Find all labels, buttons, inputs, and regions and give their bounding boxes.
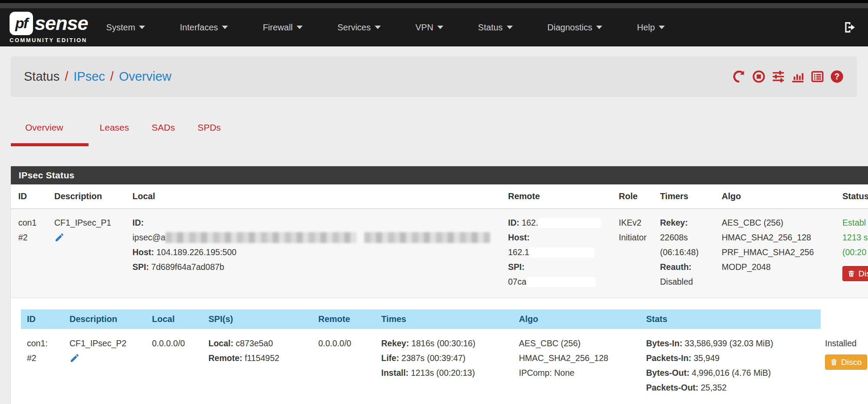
nav-item-interfaces[interactable]: Interfaces <box>180 23 228 33</box>
breadcrumb-panel: Status / IPsec / Overview <box>11 56 857 96</box>
logo-pf-text: pf <box>15 15 27 32</box>
chevron-down-icon <box>375 26 381 29</box>
ipsec-status-panel: IPsec Status ID Description Local Remote… <box>11 166 868 404</box>
p2-header-stats: Stats <box>642 309 821 329</box>
breadcrumb-toolbar: ? <box>733 70 844 83</box>
disconnect-button[interactable]: Disco <box>825 355 867 370</box>
help-icon[interactable]: ? <box>830 70 844 83</box>
chevron-down-icon <box>139 26 145 29</box>
p1-description: CF1_IPsec_P1 <box>54 215 124 230</box>
nav-menu: System Interfaces Firewall Services VPN … <box>106 23 665 33</box>
p2-cell-stats: Bytes-In: 33,586,939 (32.03 MiB) Packets… <box>642 329 821 404</box>
p1-cell-remote: ID: 162. Host: 162.1 SPI: 07ca <box>504 209 614 298</box>
chevron-down-icon <box>222 26 228 29</box>
p2-header-spis: SPI(s) <box>204 309 314 329</box>
logo-edition-text: COMMUNITY EDITION <box>10 37 88 43</box>
p2-header-times: Times <box>377 309 515 329</box>
p2-table: ID Description Local SPI(s) Remote Times… <box>21 309 868 404</box>
bar-chart-icon[interactable] <box>791 70 805 83</box>
breadcrumb: Status / IPsec / Overview <box>24 69 172 84</box>
p2-header-actions <box>821 309 868 329</box>
p2-cell-times: Rekey: 1816s (00:30:16) Life: 2387s (00:… <box>377 329 515 404</box>
edit-pencil-icon[interactable] <box>54 232 65 245</box>
p1-cell-status: Establ 1213 s (00:20 Dis <box>838 209 868 298</box>
p2-cell-status: Installed Disco <box>821 329 868 404</box>
breadcrumb-link-overview[interactable]: Overview <box>119 69 172 84</box>
nav-item-vpn[interactable]: VPN <box>416 23 443 33</box>
stop-icon[interactable] <box>752 70 766 83</box>
redacted-blur-block <box>364 232 490 243</box>
p2-description: CF1_IPsec_P2 <box>69 336 143 351</box>
p2-header-local: Local <box>148 309 204 329</box>
p2-header-id: ID <box>21 309 65 329</box>
ipsec-tab-bar: Overview Leases SADs SPDs <box>11 122 857 146</box>
p2-header-remote: Remote <box>314 309 377 329</box>
breadcrumb-separator: / <box>110 69 114 84</box>
logo-box-icon: pf <box>10 12 33 35</box>
p2-cell-algo: AES_CBC (256) HMAC_SHA2_256_128 IPComp: … <box>515 329 642 404</box>
trash-icon <box>830 358 838 366</box>
p1-header-status: Status <box>838 184 868 209</box>
tab-spds[interactable]: SPDs <box>186 122 232 146</box>
chevron-down-icon <box>437 26 443 29</box>
p1-cell-id: con1 #2 <box>11 209 50 298</box>
disconnect-button[interactable]: Dis <box>842 266 868 281</box>
p1-table: ID Description Local Remote Role Timers … <box>11 184 868 298</box>
tab-sads[interactable]: SADs <box>140 122 186 146</box>
p2-cell-description: CF1_IPsec_P2 <box>65 329 148 404</box>
p1-header-timers: Timers <box>656 184 717 209</box>
chevron-down-icon <box>507 26 513 29</box>
pfsense-logo[interactable]: pf sense COMMUNITY EDITION <box>10 12 88 43</box>
breadcrumb-separator: / <box>65 69 68 84</box>
top-black-strip <box>0 0 868 3</box>
chevron-down-icon <box>596 26 602 29</box>
nav-item-firewall[interactable]: Firewall <box>263 23 303 33</box>
p1-header-algo: Algo <box>717 184 838 209</box>
logo-sense-text: sense <box>35 12 88 35</box>
sign-out-icon[interactable] <box>843 20 857 34</box>
refresh-icon[interactable] <box>733 70 746 83</box>
nav-item-services[interactable]: Services <box>337 23 381 33</box>
p2-cell-local: 0.0.0.0/0 <box>148 329 204 404</box>
redacted-white-block <box>529 247 594 258</box>
breadcrumb-root: Status <box>24 69 59 84</box>
p2-cell-spis: Local: c873e5a0 Remote: f1154952 <box>204 329 314 404</box>
p1-header-description: Description <box>50 184 128 209</box>
trash-icon <box>848 270 855 277</box>
p1-header-local: Local <box>128 184 504 209</box>
p2-cell-remote: 0.0.0.0/0 <box>314 329 377 404</box>
nav-item-status[interactable]: Status <box>478 23 513 33</box>
edit-pencil-icon[interactable] <box>69 353 80 365</box>
sliders-icon[interactable] <box>772 70 785 83</box>
help-glyph: ? <box>835 72 840 81</box>
nav-item-system[interactable]: System <box>106 23 145 33</box>
p1-cell-role: IKEv2 Initiator <box>614 209 656 298</box>
tab-overview[interactable]: Overview <box>11 122 89 146</box>
top-gray-strip <box>0 3 868 8</box>
p1-cell-timers: Rekey: 22608s (06:16:48) Reauth: Disable… <box>656 209 717 298</box>
p1-header-remote: Remote <box>504 184 614 209</box>
panel-title: IPsec Status <box>11 166 868 184</box>
top-navbar: pf sense COMMUNITY EDITION System Interf… <box>0 8 868 46</box>
p1-header-role: Role <box>614 184 656 209</box>
p1-cell-description: CF1_IPsec_P1 <box>50 209 128 298</box>
nav-item-diagnostics[interactable]: Diagnostics <box>548 23 602 33</box>
p2-header-description: Description <box>65 309 148 329</box>
p1-cell-local: ID: ipsec@a Host: 104.189.226.195:500 SP… <box>128 209 504 298</box>
list-icon[interactable] <box>811 70 824 83</box>
redacted-white-block <box>538 218 601 228</box>
nav-item-help[interactable]: Help <box>637 23 665 33</box>
chevron-down-icon <box>297 26 303 29</box>
p1-header-id: ID <box>11 184 50 209</box>
redacted-white-block <box>526 277 596 287</box>
tab-leases[interactable]: Leases <box>89 122 141 146</box>
p1-cell-algo: AES_CBC (256) HMAC_SHA2_256_128 PRF_HMAC… <box>717 209 838 298</box>
p2-status-text: Installed <box>825 336 868 351</box>
chevron-down-icon <box>659 26 665 29</box>
breadcrumb-link-ipsec[interactable]: IPsec <box>73 69 105 84</box>
redacted-blur-block <box>165 232 356 243</box>
p2-header-algo: Algo <box>515 309 642 329</box>
p2-cell-id: con1: #2 <box>21 329 65 404</box>
